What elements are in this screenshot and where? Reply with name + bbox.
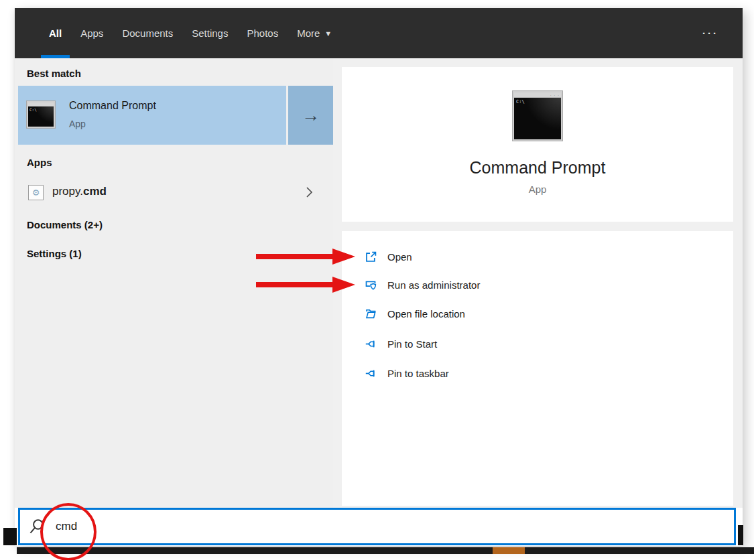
tab-settings[interactable]: Settings [182,8,237,58]
results-panel: Best match C:\ Command Prompt App → Apps… [15,58,333,508]
action-open-file-location-label: Open file location [387,308,465,320]
tab-photos[interactable]: Photos [237,8,288,58]
actions-card: Open Run as administrator Open file loca… [342,231,733,506]
preview-app-subtitle: App [529,184,547,195]
apps-section-header: Apps [27,157,52,168]
tab-apps-label: Apps [80,27,103,39]
taskbar-app-indicator[interactable] [493,547,525,554]
best-match-subtitle: App [69,119,86,129]
tab-photos-label: Photos [247,27,278,39]
tab-more-label: More [297,27,320,39]
chevron-right-icon [303,186,315,198]
preview-app-title: Command Prompt [470,158,606,178]
action-open[interactable]: Open [342,248,733,265]
command-prompt-icon-label: C:\ [516,99,525,104]
action-run-as-administrator[interactable]: Run as administrator [342,276,733,293]
action-pin-to-start[interactable]: Pin to Start [342,335,733,352]
tab-documents-label: Documents [122,27,173,39]
open-external-icon [365,251,377,263]
search-icon [29,518,45,535]
tab-apps[interactable]: Apps [71,8,113,58]
cmd-file-icon: ⚙ [28,185,44,200]
settings-section-header: Settings (1) [27,248,82,259]
command-prompt-icon-large: · · · C:\ [513,91,562,141]
best-match-result[interactable]: C:\ Command Prompt App [18,86,286,145]
admin-shield-icon [365,279,377,291]
best-match-header: Best match [27,68,81,79]
search-box [18,508,736,545]
app-preview-card: · · · C:\ Command Prompt App [342,67,733,222]
tab-settings-label: Settings [192,27,228,39]
pin-icon [365,338,377,350]
action-pin-to-start-label: Pin to Start [387,338,437,350]
command-prompt-icon-label: C:\ [29,107,37,112]
command-prompt-icon: C:\ [27,101,55,128]
action-pin-to-taskbar-label: Pin to taskbar [387,368,449,379]
app-result-propy-cmd[interactable]: ⚙ propy.cmd [15,179,333,207]
action-open-label: Open [387,251,412,263]
search-input[interactable] [56,520,734,533]
tab-more[interactable]: More ▼ [288,8,341,58]
tab-documents[interactable]: Documents [113,8,182,58]
action-pin-to-taskbar[interactable]: Pin to taskbar [342,364,733,382]
app-result-name: propy.cmd [52,185,107,198]
windows-search-flyout: All Apps Documents Settings Photos More … [0,0,754,560]
tab-all[interactable]: All [40,8,71,58]
chevron-down-icon: ▼ [324,29,332,38]
expand-result-button[interactable]: → [288,86,333,145]
best-match-title: Command Prompt [69,100,156,112]
tab-all-label: All [49,27,62,39]
documents-section-header: Documents (2+) [27,219,103,230]
action-run-admin-label: Run as administrator [387,279,480,291]
search-filter-bar: All Apps Documents Settings Photos More … [15,8,743,58]
taskbar [17,547,754,554]
forward-arrow-icon: → [302,105,320,126]
taskbar-fragment-right [738,525,743,545]
taskbar-fragment-left [3,528,17,545]
overflow-menu-icon[interactable]: ··· [702,8,718,58]
pin-icon [365,368,377,379]
gear-icon: ⚙ [32,188,40,198]
file-location-icon [365,308,377,320]
action-open-file-location[interactable]: Open file location [342,305,733,322]
